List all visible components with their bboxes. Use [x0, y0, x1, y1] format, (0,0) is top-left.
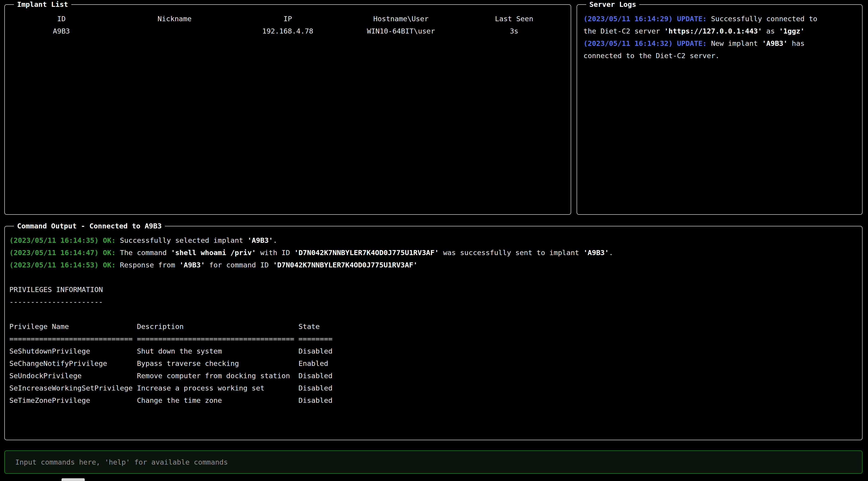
privileges-cell: SeTimeZonePrivilege — [9, 394, 137, 407]
terminal-line: (2023/05/11 16:14:35) OK: Successfully s… — [9, 234, 862, 246]
privileges-separator: ======== — [299, 333, 332, 345]
implant-column-header: IP — [231, 12, 344, 25]
privileges-separator: ===================================== — [137, 333, 299, 345]
terminal-line: connected to the Diet-C2 server. — [584, 50, 856, 62]
privileges-cell: SeUndockPrivilege — [9, 369, 137, 382]
text-segment: New implant — [707, 39, 762, 48]
privileges-column-header: State — [299, 320, 332, 333]
privileges-cell: Disabled — [299, 382, 332, 394]
implant-column-header: Hostname\User — [344, 12, 458, 25]
privileges-column-header: Description — [137, 320, 299, 333]
text-segment: Successfully selected implant — [116, 236, 248, 244]
text-segment: (2023/05/11 16:14:29) — [584, 14, 677, 23]
privileges-heading: PRIVILEGES INFORMATION — [9, 283, 862, 296]
text-segment: Successfully connected to — [707, 14, 817, 23]
text-segment: (2023/05/11 16:14:32) — [584, 39, 677, 48]
implant-cell — [118, 25, 231, 37]
text-segment: 'D7N042K7NNBYLER7K4OD0J775U1RV3AF' — [273, 261, 417, 269]
implant-column-header: Last Seen — [458, 12, 571, 25]
text-segment: OK: — [103, 248, 116, 257]
command-input-box[interactable] — [4, 450, 863, 474]
text-segment: OK: — [103, 236, 116, 244]
text-segment: 'A9B3' — [584, 248, 609, 257]
text-segment: (2023/05/11 16:14:47) — [9, 248, 103, 257]
text-segment: connected to the Diet-C2 server. — [584, 52, 719, 60]
text-segment: OK: — [103, 261, 116, 269]
privileges-cell: Bypass traverse checking — [137, 357, 299, 369]
implant-table-rows: A9B3192.168.4.78WIN10-64BIT\user3s — [5, 25, 571, 37]
text-segment: UPDATE: — [677, 39, 707, 48]
text-segment: 'https://127.0.0.1:443' — [664, 27, 762, 35]
text-segment: Response from — [116, 261, 180, 269]
text-segment: The command — [116, 248, 171, 257]
implant-table-header: IDNicknameIPHostname\UserLast Seen — [5, 12, 571, 25]
terminal-line: (2023/05/11 16:14:47) OK: The command 's… — [9, 246, 862, 259]
server-log-lines: (2023/05/11 16:14:29) UPDATE: Successful… — [577, 5, 862, 62]
blank-line — [9, 308, 862, 320]
text-segment: for command ID — [205, 261, 273, 269]
command-output-panel: Command Output - Connected to A9B3 (2023… — [4, 226, 863, 440]
text-segment: the Diet-C2 server — [584, 27, 664, 35]
text-segment: 'A9B3' — [762, 39, 787, 48]
privileges-cell: Increase a process working set — [137, 382, 299, 394]
implant-cell: 192.168.4.78 — [231, 25, 344, 37]
implant-table: IDNicknameIPHostname\UserLast Seen A9B31… — [5, 5, 571, 37]
text-segment: 'A9B3' — [247, 236, 273, 244]
command-output-title: Command Output - Connected to A9B3 — [14, 221, 165, 231]
text-segment: 'A9B3' — [180, 261, 205, 269]
text-segment: . — [273, 236, 277, 244]
privileges-cell: Disabled — [299, 394, 332, 407]
implant-cell: A9B3 — [5, 25, 118, 37]
implant-column-header: Nickname — [118, 12, 231, 25]
privileges-cell: Disabled — [299, 369, 332, 382]
terminal-line: (2023/05/11 16:14:53) OK: Response from … — [9, 259, 862, 271]
privileges-cell: SeChangeNotifyPrivilege — [9, 357, 137, 369]
command-output-lines: (2023/05/11 16:14:35) OK: Successfully s… — [9, 234, 862, 271]
privileges-cell: Change the time zone — [137, 394, 299, 407]
text-segment: (2023/05/11 16:14:53) — [9, 261, 103, 269]
implant-row[interactable]: A9B3192.168.4.78WIN10-64BIT\user3s — [5, 25, 571, 37]
text-segment: has — [787, 39, 805, 48]
screen-edge-artifact — [62, 478, 85, 481]
implant-list-panel: Implant List IDNicknameIPHostname\UserLa… — [4, 4, 571, 215]
implant-cell: 3s — [458, 25, 571, 37]
text-segment: 'shell whoami /priv' — [171, 248, 256, 257]
command-output-body: (2023/05/11 16:14:35) OK: Successfully s… — [5, 227, 862, 407]
text-segment: was successfully sent to implant — [439, 248, 584, 257]
privileges-separator: ============================= — [9, 333, 137, 345]
text-segment: as — [762, 27, 779, 35]
privileges-table: Privilege NameDescriptionState==========… — [9, 320, 862, 407]
text-segment: with ID — [256, 248, 294, 257]
implant-list-title: Implant List — [14, 0, 71, 9]
terminal-screen: Implant List IDNicknameIPHostname\UserLa… — [0, 0, 868, 481]
command-input[interactable] — [15, 458, 851, 466]
privileges-cell: SeIncreaseWorkingSetPrivilege — [9, 382, 137, 394]
blank-line — [9, 271, 862, 283]
privileges-heading-underline: ---------------------- — [9, 296, 862, 308]
implant-cell: WIN10-64BIT\user — [344, 25, 458, 37]
terminal-line: the Diet-C2 server 'https://127.0.0.1:44… — [584, 25, 856, 37]
privileges-cell: Remove computer from docking station — [137, 369, 299, 382]
terminal-line: (2023/05/11 16:14:32) UPDATE: New implan… — [584, 37, 856, 50]
text-segment: '1ggz' — [779, 27, 805, 35]
text-segment: (2023/05/11 16:14:35) — [9, 236, 103, 244]
privileges-column-header: Privilege Name — [9, 320, 137, 333]
terminal-line: (2023/05/11 16:14:29) UPDATE: Successful… — [584, 12, 856, 25]
server-logs-title: Server Logs — [586, 0, 639, 9]
privileges-cell: Shut down the system — [137, 345, 299, 357]
server-logs-panel: Server Logs (2023/05/11 16:14:29) UPDATE… — [577, 4, 863, 215]
implant-column-header: ID — [5, 12, 118, 25]
privileges-cell: Disabled — [299, 345, 332, 357]
privileges-cell: SeShutdownPrivilege — [9, 345, 137, 357]
privileges-cell: Enabled — [299, 357, 332, 369]
text-segment: . — [609, 248, 613, 257]
text-segment: UPDATE: — [677, 14, 707, 23]
text-segment: 'D7N042K7NNBYLER7K4OD0J775U1RV3AF' — [294, 248, 439, 257]
